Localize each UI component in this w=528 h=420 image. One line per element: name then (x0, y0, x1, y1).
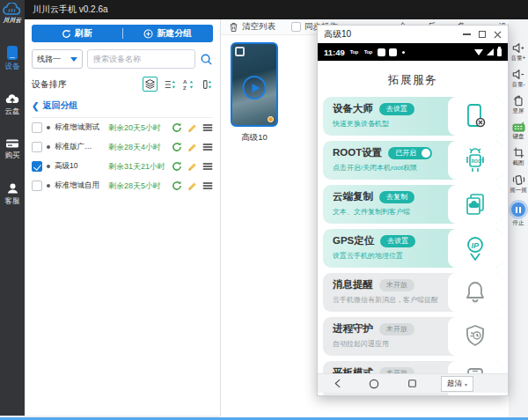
sort-layers-icon[interactable] (143, 77, 158, 92)
more-menu-icon[interactable] (202, 143, 213, 151)
chevron-down-icon (70, 57, 77, 62)
shield-icon (448, 317, 502, 356)
volume-up-icon (512, 42, 524, 54)
svg-text:A: A (183, 78, 187, 85)
service-title: 消息提醒 (333, 278, 373, 291)
more-menu-icon[interactable] (202, 123, 213, 132)
phone-window-titlebar[interactable]: 高级10 (318, 26, 508, 43)
sort-list-icon[interactable] (164, 78, 176, 91)
sync-checkbox[interactable] (291, 22, 301, 32)
line-select-dropdown[interactable]: 线路一 (32, 49, 83, 69)
device-name: 标准增城测试 (55, 122, 104, 133)
search-icon[interactable] (200, 53, 213, 66)
sort-label: 设备排序 (32, 78, 67, 91)
shake-button[interactable]: 摇一摇 (510, 173, 527, 195)
more-menu-icon[interactable] (202, 162, 213, 171)
search-input[interactable] (87, 49, 195, 69)
refresh-button[interactable]: 刷新 (32, 27, 122, 40)
go-settings-badge[interactable]: 去设置 (380, 235, 415, 247)
phone-window-title: 高级10 (324, 28, 351, 41)
device-checkbox[interactable] (32, 181, 42, 191)
go-copy-badge[interactable]: 去复制 (379, 191, 414, 203)
device-checkbox[interactable] (32, 161, 42, 172)
device-row[interactable]: 标准增城测试 剩余20天5小时 (25, 118, 220, 137)
device-thumbnail[interactable] (231, 42, 278, 127)
chevron-left-icon: ❮ (32, 101, 39, 111)
sort-duration-icon[interactable] (201, 78, 213, 91)
services-header: 拓展服务 (318, 61, 508, 97)
status-dot (47, 184, 50, 188)
minimize-icon[interactable] (463, 33, 471, 35)
service-card-gps[interactable]: GPS定位 去设置 设置云手机的地理位置 IP (323, 229, 502, 268)
device-checkbox[interactable] (32, 142, 42, 152)
nav-recents-icon[interactable] (407, 378, 418, 389)
service-desc: 文本、文件复制到客户端 (333, 207, 441, 217)
service-card-root[interactable]: ROOT设置 已开启 点击开启/关闭本机root权限 ROOT (323, 141, 502, 180)
service-desc: 自动拉起闪退应用 (333, 339, 441, 349)
cloud-logo-icon (3, 3, 22, 16)
status-tag: Top (350, 49, 358, 55)
edit-pencil-icon[interactable] (187, 181, 197, 191)
keyboard-button[interactable]: 键盘 (512, 122, 525, 141)
android-nav-bar: 超清 ▾ (318, 373, 508, 393)
sort-az-icon[interactable]: AZ (182, 78, 194, 91)
clear-list-label: 清空列表 (242, 21, 275, 33)
volume-up-button[interactable]: 音量+ (511, 42, 526, 63)
nav-home-icon[interactable] (368, 378, 380, 390)
go-settings-badge[interactable]: 去设置 (379, 103, 414, 115)
cloud-copy-icon (448, 185, 502, 224)
battery-icon (497, 48, 502, 56)
more-menu-icon[interactable] (202, 181, 213, 190)
service-card-cloud-copy[interactable]: 云端复制 去复制 文本、文件复制到客户端 (323, 185, 502, 224)
app-title: 川川云手机 v0.2.6a (33, 4, 108, 14)
renew-icon[interactable] (172, 122, 182, 133)
edit-pencil-icon[interactable] (187, 123, 197, 133)
chevron-down-icon: ▾ (465, 381, 467, 387)
phone-icon (7, 46, 18, 60)
renew-icon[interactable] (172, 161, 182, 172)
root-toggle[interactable]: 已开启 (388, 147, 432, 159)
logo-text: 川川云 (4, 17, 22, 25)
device-row[interactable]: 标准版广… 剩余28天4小时 (25, 137, 220, 157)
screenshot-button[interactable]: 截图 (513, 147, 524, 167)
device-remaining-time: 剩余28天4小时 (108, 142, 167, 153)
nav-back-icon[interactable] (333, 378, 344, 389)
svg-text:IP: IP (472, 241, 480, 250)
sidebar-item-support[interactable]: 客服 (5, 182, 20, 207)
renew-icon[interactable] (172, 142, 182, 152)
screenshot-icon (513, 147, 524, 158)
sidebar-item-devices[interactable]: 设备 (5, 46, 20, 72)
device-checkbox[interactable] (32, 122, 42, 133)
volume-down-button[interactable]: 音量- (511, 69, 524, 89)
device-row-selected[interactable]: 高级10 剩余31天21小时 (25, 157, 220, 176)
phone-emulator-window: 高级10 11:49 Top Top 拓展服务 设备大师 去设置 快速更换 (317, 25, 509, 396)
sidebar-item-cloud-disk[interactable]: 云盘 (5, 93, 20, 117)
volume-down-icon (512, 69, 524, 80)
notification-icon (389, 48, 397, 56)
service-card-device-master[interactable]: 设备大师 去设置 快速更换设备机型 (323, 97, 502, 136)
edit-pencil-icon[interactable] (187, 143, 197, 152)
stop-button[interactable]: 停止 (511, 201, 525, 227)
device-row[interactable]: 标准增城自用 剩余28天5小时 (25, 176, 220, 195)
rotate-screen-button[interactable]: 竖屏 (512, 95, 524, 115)
service-card-notifications[interactable]: 消息提醒 未开放 云手机微信有新消息，客户端提醒 (323, 273, 502, 312)
clear-list-button[interactable]: 清空列表 (229, 21, 275, 33)
sidebar-item-purchase[interactable]: 购买 (5, 138, 20, 161)
service-title: 进程守护 (333, 322, 373, 335)
quality-dropdown[interactable]: 超清 ▾ (441, 376, 473, 392)
service-card-process-guard[interactable]: 进程守护 未开放 自动拉起闪退应用 (323, 317, 502, 356)
sidebar-item-label: 购买 (5, 151, 20, 161)
edit-pencil-icon[interactable] (187, 162, 197, 172)
gps-pin-icon: IP (448, 229, 502, 268)
play-icon[interactable] (243, 76, 267, 99)
new-group-button[interactable]: 新建分组 (123, 27, 214, 40)
services-list: 设备大师 去设置 快速更换设备机型 ROOT设置 已开启 点击开启/关闭本机ro… (318, 97, 508, 396)
svg-text:ROOT: ROOT (472, 158, 484, 164)
device-name: 高级10 (55, 161, 104, 172)
maximize-icon[interactable] (479, 31, 486, 38)
renew-icon[interactable] (172, 181, 182, 191)
thumbnail-checkbox[interactable] (235, 47, 245, 56)
notification-dot (402, 51, 405, 54)
close-icon[interactable] (494, 31, 502, 39)
back-to-groups-button[interactable]: ❮ 返回分组 (32, 99, 213, 118)
